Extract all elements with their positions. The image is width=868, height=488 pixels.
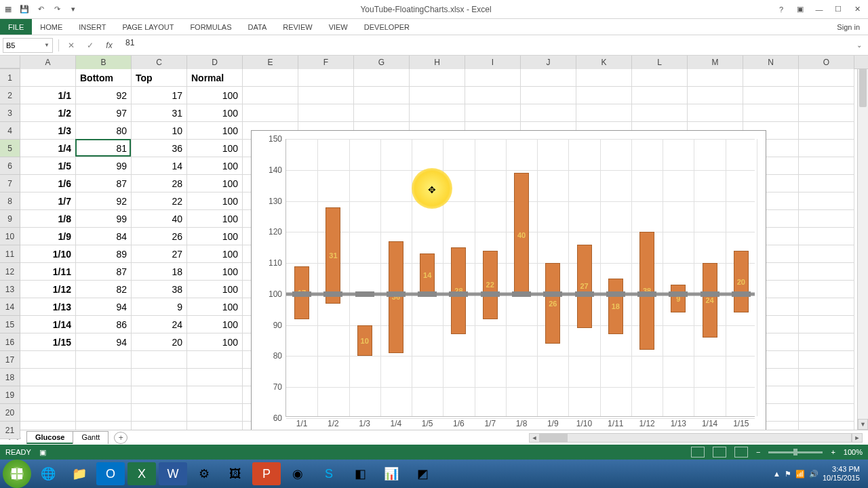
undo-icon[interactable]: ↶ — [35, 4, 46, 15]
row-header-18[interactable]: 18 — [0, 369, 20, 386]
cell-O12[interactable] — [799, 263, 854, 281]
maximize-icon[interactable]: ☐ — [830, 4, 846, 15]
cell-F2[interactable] — [298, 87, 354, 104]
cell-B9[interactable]: 99 — [76, 210, 132, 228]
col-header-N[interactable]: N — [743, 56, 799, 69]
scroll-down-icon[interactable]: ▼ — [858, 419, 868, 430]
row-header-9[interactable]: 9 — [0, 210, 20, 228]
cell-G2[interactable] — [354, 87, 410, 104]
col-header-A[interactable]: A — [20, 56, 76, 69]
cell-D8[interactable]: 100 — [187, 192, 243, 210]
cell-D16[interactable]: 100 — [187, 333, 243, 351]
ribbon-tab-home[interactable]: HOME — [32, 19, 71, 35]
sheet-tab-glucose[interactable]: Glucose — [26, 431, 73, 444]
cell-O15[interactable] — [799, 316, 854, 333]
row-header-13[interactable]: 13 — [0, 281, 20, 298]
cell-L2[interactable] — [632, 87, 688, 104]
col-header-I[interactable]: I — [465, 56, 521, 69]
cell-O11[interactable] — [799, 245, 854, 263]
cell-C18[interactable] — [132, 369, 187, 386]
row-header-20[interactable]: 20 — [0, 404, 20, 422]
cell-D20[interactable] — [187, 404, 243, 422]
name-box[interactable]: B5 ▼ — [3, 38, 53, 53]
cell-C11[interactable]: 27 — [132, 245, 187, 263]
col-header-F[interactable]: F — [298, 56, 354, 69]
cell-H2[interactable] — [410, 87, 465, 104]
app4-icon[interactable]: 📊 — [377, 462, 406, 485]
cell-A16[interactable]: 1/15 — [20, 333, 76, 351]
cell-L3[interactable] — [632, 104, 688, 122]
cell-J2[interactable] — [521, 87, 576, 104]
row-header-3[interactable]: 3 — [0, 104, 20, 122]
cell-B5[interactable]: 81 — [76, 140, 132, 157]
cell-E2[interactable] — [243, 87, 298, 104]
file-tab[interactable]: FILE — [0, 19, 32, 35]
chevron-down-icon[interactable]: ▼ — [44, 42, 50, 48]
cell-D5[interactable]: 100 — [187, 140, 243, 157]
cell-B4[interactable]: 80 — [76, 122, 132, 140]
add-sheet-button[interactable]: + — [114, 432, 127, 444]
cell-D2[interactable]: 100 — [187, 87, 243, 104]
cell-B17[interactable] — [76, 351, 132, 369]
cell-D4[interactable]: 100 — [187, 122, 243, 140]
redo-icon[interactable]: ↷ — [52, 4, 62, 15]
cell-J3[interactable] — [521, 104, 576, 122]
hscroll-thumb[interactable] — [540, 434, 568, 442]
cell-D9[interactable]: 100 — [187, 210, 243, 228]
ribbon-tab-view[interactable]: VIEW — [321, 19, 356, 35]
cell-A1[interactable] — [20, 69, 76, 87]
cell-A20[interactable] — [20, 404, 76, 422]
qat-customize-icon[interactable]: ▾ — [68, 4, 79, 15]
cell-N1[interactable] — [743, 69, 799, 87]
cell-C17[interactable] — [132, 351, 187, 369]
cell-D18[interactable] — [187, 369, 243, 386]
col-header-K[interactable]: K — [576, 56, 632, 69]
cell-A11[interactable]: 1/10 — [20, 245, 76, 263]
col-header-J[interactable]: J — [521, 56, 576, 69]
tray-flag-icon[interactable]: ⚑ — [785, 470, 791, 479]
cell-C13[interactable]: 38 — [132, 281, 187, 298]
sheet-tab-gantt[interactable]: Gantt — [73, 431, 108, 444]
help-icon[interactable]: ? — [773, 4, 789, 15]
cell-H1[interactable] — [410, 69, 465, 87]
col-header-E[interactable]: E — [243, 56, 298, 69]
col-header-L[interactable]: L — [632, 56, 688, 69]
app3-icon[interactable]: ◧ — [346, 462, 374, 485]
col-header-H[interactable]: H — [410, 56, 465, 69]
row-header-16[interactable]: 16 — [0, 333, 20, 351]
cell-M2[interactable] — [688, 87, 743, 104]
cell-C10[interactable]: 26 — [132, 228, 187, 245]
cell-B10[interactable]: 84 — [76, 228, 132, 245]
cell-N2[interactable] — [743, 87, 799, 104]
cell-C12[interactable]: 18 — [132, 263, 187, 281]
row-header-5[interactable]: 5 — [0, 140, 20, 157]
cell-C16[interactable]: 20 — [132, 333, 187, 351]
cell-A6[interactable]: 1/5 — [20, 157, 76, 175]
row-header-8[interactable]: 8 — [0, 192, 20, 210]
cell-O20[interactable] — [799, 404, 854, 422]
fx-icon[interactable]: fx — [102, 39, 116, 52]
cell-O10[interactable] — [799, 228, 854, 245]
cell-A17[interactable] — [20, 351, 76, 369]
cell-L1[interactable] — [632, 69, 688, 87]
col-header-O[interactable]: O — [799, 56, 854, 69]
cell-C1[interactable]: Top — [132, 69, 187, 87]
powerpoint-icon[interactable]: P — [252, 462, 281, 485]
save-icon[interactable]: 💾 — [19, 4, 30, 15]
cell-I1[interactable] — [465, 69, 521, 87]
cell-A13[interactable]: 1/12 — [20, 281, 76, 298]
cell-B8[interactable]: 92 — [76, 192, 132, 210]
row-header-14[interactable]: 14 — [0, 298, 20, 316]
cell-A15[interactable]: 1/14 — [20, 316, 76, 333]
col-header-G[interactable]: G — [354, 56, 410, 69]
cell-K1[interactable] — [576, 69, 632, 87]
cell-O13[interactable] — [799, 281, 854, 298]
cell-O18[interactable] — [799, 369, 854, 386]
cell-B11[interactable]: 89 — [76, 245, 132, 263]
cell-C5[interactable]: 36 — [132, 140, 187, 157]
cell-A9[interactable]: 1/8 — [20, 210, 76, 228]
enter-icon[interactable]: ✓ — [83, 39, 97, 52]
cell-O5[interactable] — [799, 140, 854, 157]
cell-D1[interactable]: Normal — [187, 69, 243, 87]
expand-formula-icon[interactable]: ⌄ — [853, 39, 865, 52]
